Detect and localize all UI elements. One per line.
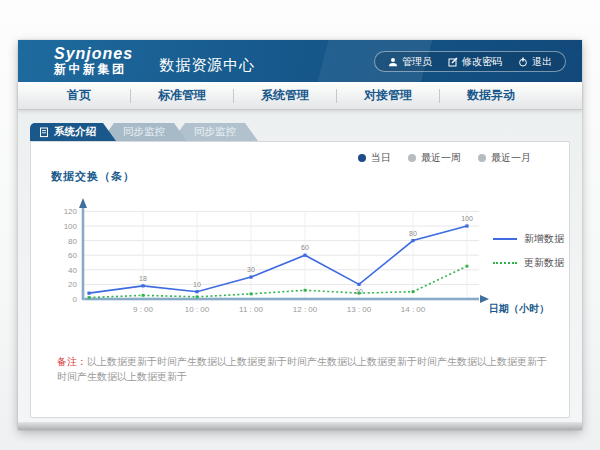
legend-label: 更新数据 bbox=[524, 256, 564, 270]
data-point bbox=[88, 296, 91, 299]
y-axis-arrow-icon bbox=[79, 198, 87, 208]
y-axis-title: 数据交换（条） bbox=[51, 169, 135, 184]
tab-label: 同步监控 bbox=[194, 125, 236, 139]
y-tick-label: 100 bbox=[64, 222, 78, 231]
data-point-label: 30 bbox=[247, 266, 255, 273]
data-point bbox=[141, 284, 144, 287]
note-label: 备注： bbox=[57, 356, 87, 367]
tab-bar: 系统介绍同步监控同步监控 bbox=[30, 123, 258, 141]
note-text: 以上数据更新于时间产生数据以上数据更新于时间产生数据以上数据更新于时间产生数据以… bbox=[57, 356, 547, 382]
range-filter-label: 当日 bbox=[371, 151, 391, 165]
page-title: 数据资源中心 bbox=[159, 56, 255, 75]
data-point-label: 80 bbox=[409, 230, 417, 237]
range-filter-label: 最近一周 bbox=[421, 151, 461, 165]
user-menu-item-1[interactable]: 修改密码 bbox=[448, 55, 502, 69]
x-tick-label: 9 : 00 bbox=[133, 305, 154, 314]
x-axis-title: 日期（小时） bbox=[489, 303, 549, 314]
data-point bbox=[411, 239, 414, 242]
radio-icon bbox=[478, 154, 486, 162]
radio-icon bbox=[408, 154, 416, 162]
app-window: Synjones 新中新集团 数据资源中心 管理员修改密码退出 首页标准管理系统… bbox=[18, 40, 582, 430]
data-point bbox=[412, 290, 415, 293]
user-menu-item-2[interactable]: 退出 bbox=[518, 55, 552, 69]
data-point-label: 18 bbox=[139, 275, 147, 282]
y-tick-label: 20 bbox=[68, 280, 77, 289]
user-menu-label: 管理员 bbox=[402, 55, 432, 69]
nav-item-0[interactable]: 首页 bbox=[28, 87, 130, 104]
data-point bbox=[357, 283, 360, 286]
legend-label: 新增数据 bbox=[524, 232, 564, 246]
data-point bbox=[303, 254, 306, 257]
data-point bbox=[87, 292, 90, 295]
footer-note: 备注：以上数据更新于时间产生数据以上数据更新于时间产生数据以上数据更新于时间产生… bbox=[57, 354, 555, 384]
data-point bbox=[142, 294, 145, 297]
range-filter-1[interactable]: 最近一周 bbox=[408, 151, 461, 165]
data-point bbox=[196, 295, 199, 298]
y-tick-label: 40 bbox=[68, 266, 77, 275]
x-tick-label: 11 : 00 bbox=[239, 305, 263, 314]
content-area: 系统介绍同步监控同步监控 当日最近一周最近一月 数据交换（条） 02040608… bbox=[18, 110, 582, 422]
data-point bbox=[465, 224, 468, 227]
data-point bbox=[358, 292, 361, 295]
y-tick-label: 80 bbox=[68, 237, 77, 246]
nav-item-4[interactable]: 数据异动 bbox=[440, 87, 542, 104]
range-filter-0[interactable]: 当日 bbox=[358, 151, 391, 165]
document-icon bbox=[39, 127, 49, 138]
y-tick-label: 0 bbox=[73, 295, 78, 304]
main-nav: 首页标准管理系统管理对接管理数据异动 bbox=[18, 82, 582, 110]
user-icon bbox=[388, 57, 398, 67]
x-axis-arrow-icon bbox=[480, 295, 489, 303]
nav-item-3[interactable]: 对接管理 bbox=[337, 87, 439, 104]
legend-item-1[interactable]: 更新数据 bbox=[493, 256, 564, 270]
data-point-label: 60 bbox=[301, 244, 309, 251]
data-point-label: 100 bbox=[461, 215, 473, 222]
user-menu-label: 退出 bbox=[532, 55, 552, 69]
range-filter-label: 最近一月 bbox=[491, 151, 531, 165]
user-menu-label: 修改密码 bbox=[462, 55, 502, 69]
edit-icon bbox=[448, 57, 458, 67]
data-point bbox=[195, 290, 198, 293]
chart-panel: 当日最近一周最近一月 数据交换（条） 0204060801001209 : 00… bbox=[30, 141, 570, 418]
tab-label: 同步监控 bbox=[123, 125, 165, 139]
data-point bbox=[304, 289, 307, 292]
range-filters: 当日最近一周最近一月 bbox=[358, 151, 531, 165]
x-tick-label: 10 : 00 bbox=[185, 305, 210, 314]
power-icon bbox=[518, 57, 528, 67]
series-legend: 新增数据更新数据 bbox=[493, 232, 564, 280]
x-tick-label: 12 : 00 bbox=[293, 305, 318, 314]
legend-item-0[interactable]: 新增数据 bbox=[493, 232, 564, 246]
logo-title: Synjones bbox=[54, 46, 133, 63]
solid-line-sample-icon bbox=[493, 238, 517, 240]
data-point bbox=[250, 292, 253, 295]
brand-logo: Synjones 新中新集团 bbox=[54, 46, 133, 75]
tab-label: 系统介绍 bbox=[54, 125, 96, 139]
x-tick-label: 13 : 00 bbox=[347, 305, 372, 314]
y-tick-label: 60 bbox=[68, 251, 77, 260]
nav-item-2[interactable]: 系统管理 bbox=[234, 87, 336, 104]
y-tick-label: 120 bbox=[64, 207, 78, 216]
app-header: Synjones 新中新集团 数据资源中心 管理员修改密码退出 bbox=[18, 40, 582, 82]
nav-item-1[interactable]: 标准管理 bbox=[131, 87, 233, 104]
data-point bbox=[249, 276, 252, 279]
logo-subtitle: 新中新集团 bbox=[54, 63, 133, 76]
user-menu-item-0[interactable]: 管理员 bbox=[388, 55, 432, 69]
tab-0[interactable]: 系统介绍 bbox=[30, 123, 116, 141]
data-point-label: 10 bbox=[193, 281, 201, 288]
window-footer-edge bbox=[18, 422, 582, 430]
dotted-line-sample-icon bbox=[493, 262, 517, 264]
radio-selected-icon bbox=[358, 154, 366, 162]
range-filter-2[interactable]: 最近一月 bbox=[478, 151, 531, 165]
exchange-chart: 0204060801001209 : 0010 : 0011 : 0012 : … bbox=[39, 188, 554, 328]
data-point bbox=[466, 265, 469, 268]
user-menu: 管理员修改密码退出 bbox=[374, 51, 566, 72]
x-tick-label: 14 : 00 bbox=[401, 305, 426, 314]
